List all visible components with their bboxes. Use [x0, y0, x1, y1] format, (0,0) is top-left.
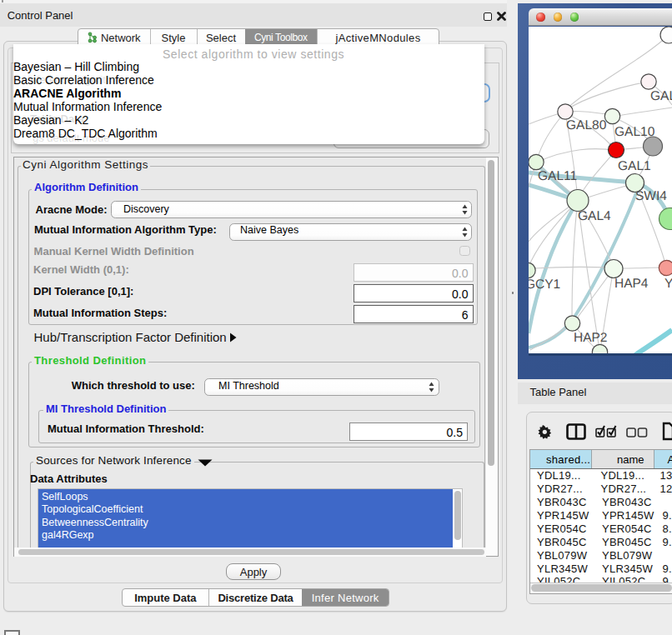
svg-text:HAP4: HAP4: [614, 277, 649, 291]
svg-text:GAL10: GAL10: [614, 125, 655, 139]
svg-text:GAL80: GAL80: [566, 118, 607, 132]
svg-text:GAL1: GAL1: [618, 159, 651, 173]
svg-text:GCY1: GCY1: [529, 278, 560, 292]
svg-text:SWI4: SWI4: [635, 189, 667, 203]
svg-text:HAP2: HAP2: [574, 331, 608, 345]
svg-text:GAL11: GAL11: [538, 169, 577, 183]
svg-text:GAL: GAL: [650, 89, 672, 103]
svg-text:Y: Y: [664, 277, 672, 291]
svg-text:GAL4: GAL4: [578, 209, 611, 223]
